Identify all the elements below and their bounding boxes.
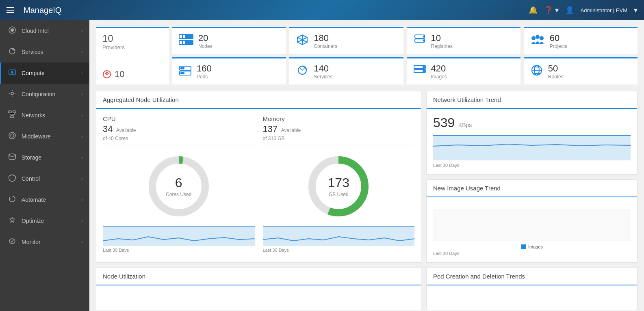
control-icon [8, 174, 17, 184]
middleware-icon [8, 132, 17, 141]
providers-label: Providers [102, 44, 125, 50]
stat-providers[interactable]: 10 Providers 10 [96, 27, 169, 84]
sidebar-chevron-3: › [81, 91, 83, 97]
panels-row: Aggregated Node Utilization CPU 34 Avail… [96, 91, 637, 263]
memory-chart-area [263, 226, 415, 246]
nodes-label: Nodes [198, 43, 212, 49]
sidebar-item-configuration[interactable]: Configuration › [0, 84, 89, 105]
stat-registries[interactable]: 10 Registries [407, 27, 520, 54]
sidebar-item-cloud-intel-label: Cloud Intel [22, 28, 76, 34]
sidebar-item-control[interactable]: Control › [0, 168, 89, 189]
cpu-chart-area [103, 226, 255, 246]
pod-trends-panel: Pod Creation and Deletion Trends [426, 268, 637, 310]
routes-text: 50 Routes [548, 63, 564, 80]
svg-rect-29 [181, 67, 184, 69]
sidebar-item-services-label: Services [22, 49, 76, 55]
app-body: Cloud Intel › Services › Compute › Confi… [0, 20, 644, 311]
sidebar-item-compute[interactable]: Compute › [0, 63, 89, 84]
networks-icon [8, 110, 17, 120]
network-speed-row: 539 KBps [433, 115, 631, 130]
svg-rect-7 [13, 111, 16, 113]
node-utilization-header: Node Utilization [96, 268, 421, 285]
stat-containers[interactable]: 180 Containers [289, 27, 403, 54]
svg-rect-30 [181, 72, 184, 74]
svg-point-4 [11, 71, 13, 73]
aggregated-node-body: CPU 34 Available of 40 Cores [96, 109, 421, 259]
sidebar-item-automate[interactable]: Automate › [0, 189, 89, 210]
svg-point-10 [11, 134, 14, 137]
images-text: 420 Images [431, 63, 447, 80]
stat-nodes[interactable]: 20 Nodes [172, 27, 286, 54]
sidebar-item-networks[interactable]: Networks › [0, 105, 89, 126]
sidebar: Cloud Intel › Services › Compute › Confi… [0, 20, 89, 311]
network-panel-body: 539 KBps Last 30 Days [427, 109, 637, 174]
images-number: 420 [431, 63, 447, 74]
cpu-chart-label: Last 30 Days [103, 248, 255, 253]
sidebar-item-storage[interactable]: Storage › [0, 147, 89, 168]
sidebar-item-optimize[interactable]: Optimize › [0, 210, 89, 231]
registries-label: Registries [431, 43, 453, 49]
sidebar-chevron-9: › [81, 218, 83, 224]
sidebar-chevron-10: › [81, 239, 83, 245]
memory-donut: 173 GB Used [304, 152, 373, 221]
images-icon [413, 64, 426, 80]
help-icon[interactable]: ❓ ▾ [544, 6, 559, 15]
memory-donut-label: 173 GB Used [328, 175, 349, 198]
memory-donut-sub: GB Used [329, 192, 349, 197]
sidebar-item-compute-label: Compute [22, 70, 76, 76]
sidebar-item-services[interactable]: Services › [0, 41, 89, 63]
user-chevron[interactable]: ▾ [634, 6, 637, 15]
cpu-donut-sub: Cores Used [166, 192, 191, 197]
stat-projects[interactable]: 60 Projects [524, 27, 637, 54]
projects-icon [530, 34, 545, 48]
registries-icon [413, 33, 426, 49]
images-label: Images [431, 74, 447, 80]
sidebar-item-cloud-intel[interactable]: Cloud Intel › [0, 20, 89, 41]
memory-mini-chart: Last 30 Days [263, 226, 415, 253]
notification-icon[interactable]: 🔔 [529, 6, 538, 15]
memory-chart-label: Last 30 Days [263, 248, 415, 253]
network-trend-label: Last 30 Days [433, 163, 631, 168]
sidebar-chevron-0: › [81, 28, 83, 34]
providers-icon [102, 70, 111, 79]
aggregated-node-panel: Aggregated Node Utilization CPU 34 Avail… [96, 91, 421, 263]
registries-number: 10 [431, 33, 453, 43]
services-number: 140 [314, 63, 332, 74]
hamburger-menu[interactable] [7, 7, 14, 13]
sidebar-item-configuration-label: Configuration [22, 91, 76, 97]
memory-donut-num: 173 [328, 175, 349, 190]
svg-rect-46 [433, 209, 631, 241]
stat-images[interactable]: 420 Images [407, 57, 520, 84]
containers-label: Containers [314, 43, 337, 49]
cpu-donut: 6 Cores Used [144, 152, 213, 221]
main-content: 10 Providers 10 20 [89, 20, 644, 311]
memory-section: Memory 137 Available of 310 GB [263, 115, 415, 253]
stat-routes[interactable]: 50 Routes [524, 57, 637, 84]
top-navigation: ManageIQ 🔔 ❓ ▾ 👤 Administrator | EVM ▾ [0, 0, 644, 20]
aggregated-node-header: Aggregated Node Utilization [96, 91, 421, 109]
app-logo[interactable]: ManageIQ [7, 6, 529, 15]
image-trend-label: Last 30 Days [433, 251, 631, 256]
sidebar-chevron-8: › [81, 197, 83, 203]
network-speed-value: 539 [433, 115, 455, 130]
network-panel: Network Utilization Trend 539 KBps [426, 91, 637, 175]
svg-rect-8 [11, 116, 14, 118]
svg-point-9 [9, 132, 15, 139]
svg-point-22 [423, 36, 424, 37]
sidebar-item-middleware[interactable]: Middleware › [0, 126, 89, 147]
stat-pods[interactable]: 160 Pods [172, 57, 286, 84]
app-title: ManageIQ [24, 6, 61, 15]
svg-point-13 [106, 73, 108, 75]
sidebar-item-monitor[interactable]: Monitor › [0, 231, 89, 253]
svg-rect-6 [9, 111, 11, 113]
stat-services[interactable]: 140 Services [289, 57, 403, 84]
svg-point-5 [11, 92, 13, 95]
projects-label: Projects [550, 43, 567, 49]
sidebar-item-networks-label: Networks [22, 112, 76, 119]
sidebar-item-middleware-label: Middleware [22, 133, 76, 140]
projects-number: 60 [550, 33, 567, 43]
user-label[interactable]: Administrator | EVM [581, 7, 627, 13]
nodes-icon [179, 34, 193, 48]
services-text: 140 Services [314, 63, 332, 80]
svg-rect-45 [433, 140, 631, 160]
